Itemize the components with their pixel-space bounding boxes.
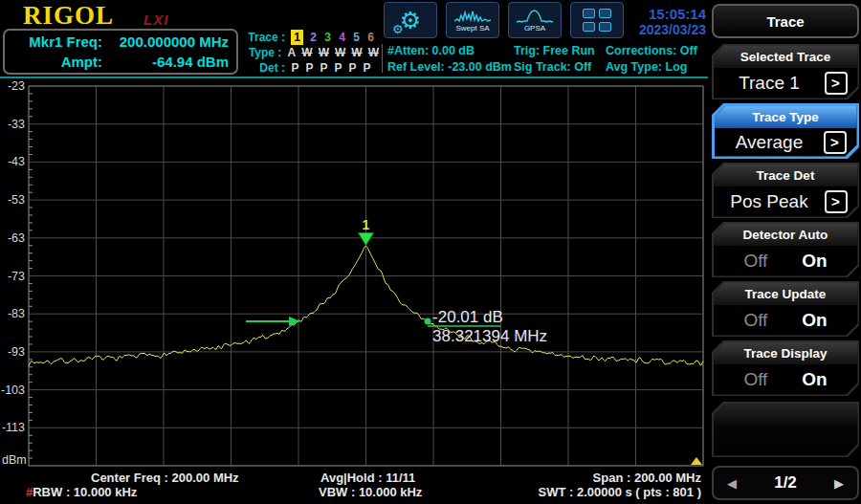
trace-2-num[interactable]: 2 <box>309 30 318 45</box>
det-row-label: Det : <box>243 60 285 76</box>
status-col-corrections: Corrections: Off Avg Type: Log <box>606 43 697 76</box>
marker-freq-row: Mkr1 Freq: 200.000000 MHz <box>5 32 236 52</box>
softkey-panel: Trace Selected Trace Trace 1 > Trace Typ… <box>708 0 861 504</box>
clock: 15:05:14 2023/03/23 <box>624 6 706 37</box>
trace-legend-det-row: Det : P P P P P P <box>243 60 379 76</box>
softkey-trace-display[interactable]: Trace Display Off On <box>712 340 859 396</box>
gpsa-mode-button[interactable]: GPSA <box>508 2 562 38</box>
trace-5-num[interactable]: 5 <box>352 30 361 45</box>
detector-auto-on-option[interactable]: On <box>802 251 827 272</box>
lxi-badge: LXI <box>144 11 168 28</box>
detector-auto-off-option[interactable]: Off <box>743 251 767 272</box>
avg-type-status: Avg Type: Log <box>606 59 697 76</box>
trace-update-on-option[interactable]: On <box>802 310 827 331</box>
trace-5-type: W <box>351 45 362 60</box>
softkey-trace-det[interactable]: Trace Det Pos Peak > <box>712 163 859 218</box>
rbw-text: RBW : 10.000 kHz <box>33 485 137 499</box>
gpsa-label: GPSA <box>524 24 545 33</box>
gpsa-icon <box>516 9 554 25</box>
trace-update-header: Trace Update <box>714 283 858 305</box>
swept-sa-icon <box>453 9 492 25</box>
trace-4-type: W <box>335 45 345 60</box>
vbw-readout: VBW : 10.000 kHz <box>319 485 422 499</box>
clock-time: 15:05:14 <box>624 6 706 22</box>
ndb-right-point <box>425 318 431 324</box>
softkey-trace-type[interactable]: Trace Type Average > <box>712 103 859 159</box>
softkey-detector-auto[interactable]: Detector Auto Off On <box>712 222 859 277</box>
trace-1-type: A <box>287 45 296 60</box>
selected-trace-header: Selected Trace <box>714 46 858 68</box>
page-prev-icon[interactable]: ◀ <box>727 476 737 491</box>
page-navigator[interactable]: ◀ 1/2 ▶ <box>712 466 859 500</box>
avg-hold-readout: Avg|Hold : 11/11 <box>320 471 415 485</box>
mkr1-ampt-value: -64.94 dBm <box>102 52 236 72</box>
trace-6-det: P <box>363 60 371 76</box>
trace-3-type: W <box>319 45 329 60</box>
corrections-status: Corrections: Off <box>606 43 697 59</box>
chart-area: -23-33-43-53-63-73-83-93-103-113dBm1-20.… <box>0 78 708 467</box>
trace-6-type: W <box>368 45 379 60</box>
trace-row-label: Trace : <box>243 30 285 45</box>
detector-auto-header: Detector Auto <box>714 224 858 246</box>
spectrum-chart: -23-33-43-53-63-73-83-93-103-113dBm1-20.… <box>0 78 708 467</box>
panel-title[interactable]: Trace <box>712 4 859 38</box>
center-freq-readout: Center Freq : 200.00 MHz <box>91 471 239 485</box>
status-col-trig: Trig: Free Run Sig Track: Off <box>514 43 595 76</box>
chevron-right-icon: > <box>825 72 848 95</box>
y-axis-tick-label: -83 <box>8 307 25 320</box>
apps-grid-icon <box>583 9 611 32</box>
trace-1-det: P <box>291 60 299 76</box>
softkey-selected-trace[interactable]: Selected Trace Trace 1 > <box>712 44 859 99</box>
trace-4-num[interactable]: 4 <box>338 30 346 45</box>
trace-3-det: P <box>320 60 328 76</box>
ndb-delta-label: -20.01 dB <box>432 308 503 326</box>
softkey-trace-update[interactable]: Trace Update Off On <box>712 281 859 337</box>
mkr1-freq-value: 200.000000 MHz <box>102 32 236 52</box>
status-col-atten: #Atten: 0.00 dB Ref Level: -23.00 dBm <box>387 43 512 76</box>
apps-button[interactable] <box>570 2 624 38</box>
trace-5-det: P <box>348 60 357 76</box>
rbw-readout: #RBW : 10.000 kHz <box>26 485 137 499</box>
swept-sa-mode-button[interactable]: Swept SA <box>446 2 499 38</box>
marker-ampt-row: Ampt: -64.94 dBm <box>5 52 236 72</box>
marker-1-triangle-icon <box>359 233 374 246</box>
header-bar: RIGOL LXI Mkr1 Freq: 200.000000 MHz Ampt… <box>0 0 708 78</box>
chevron-right-icon: > <box>824 131 847 154</box>
trace-6-num[interactable]: 6 <box>366 30 375 45</box>
trace-legend-type-row: Type : A W W W W W <box>243 45 379 60</box>
trace-update-off-option[interactable]: Off <box>743 310 767 331</box>
trace-display-off-option[interactable]: Off <box>743 369 767 390</box>
trace-legend: Trace : 1 2 3 4 5 6 Type : A W W W W <box>243 30 379 76</box>
trace-1-num[interactable]: 1 <box>291 30 303 45</box>
swt-readout: SWT : 2.00000 s ( pts : 801 ) <box>538 485 701 499</box>
y-axis-tick-label: -93 <box>8 345 25 359</box>
settings-button[interactable]: ⚙ ⚙ <box>384 2 437 38</box>
trace-3-num[interactable]: 3 <box>323 30 332 45</box>
y-axis-tick-label: -73 <box>8 270 25 283</box>
atten-status: #Atten: 0.00 dB <box>387 43 512 59</box>
chevron-right-icon: > <box>825 190 848 213</box>
span-readout: Span : 200.00 MHz <box>593 471 701 485</box>
sig-track-status: Sig Track: Off <box>514 59 595 76</box>
trace-det-header: Trace Det <box>714 164 858 186</box>
y-axis-tick-label: -63 <box>8 231 25 245</box>
y-axis-unit-label: dBm <box>2 453 27 467</box>
y-axis-tick-label: -53 <box>8 193 25 207</box>
mkr1-ampt-label: Ampt: <box>5 52 102 72</box>
small-gear-icon: ⚙ <box>392 23 404 35</box>
page-next-icon[interactable]: ▶ <box>834 476 844 491</box>
spectrum-analyzer-screen: RIGOL LXI Mkr1 Freq: 200.000000 MHz Ampt… <box>0 0 861 504</box>
trace-display-header: Trace Display <box>714 342 858 364</box>
offscreen-marker-indicator-icon <box>691 457 702 465</box>
toolbar: ⚙ ⚙ Swept SA GPSA <box>384 2 624 38</box>
trace-display-on-option[interactable]: On <box>802 369 827 390</box>
marker-1-label: 1 <box>363 217 370 232</box>
marker-readout: Mkr1 Freq: 200.000000 MHz Ampt: -64.94 d… <box>3 29 238 75</box>
softkey-empty-slot[interactable] <box>712 402 859 457</box>
clock-date: 2023/03/23 <box>624 22 706 37</box>
page-indicator: 1/2 <box>774 473 797 493</box>
trace-2-det: P <box>305 60 314 76</box>
trace-legend-trace-row: Trace : 1 2 3 4 5 6 <box>243 30 379 45</box>
y-axis-tick-label: -23 <box>8 79 25 93</box>
trace-type-header: Trace Type <box>715 106 857 128</box>
